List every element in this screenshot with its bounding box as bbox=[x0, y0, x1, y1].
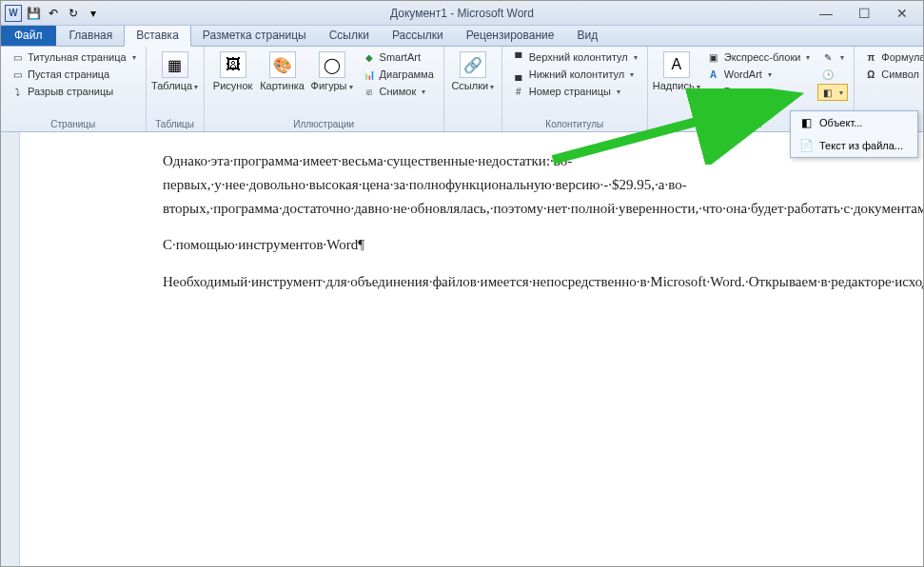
minimize-button[interactable]: — bbox=[816, 6, 836, 21]
footer-button[interactable]: ▄Нижний колонтитул▾ bbox=[508, 67, 641, 82]
footer-icon: ▄ bbox=[512, 68, 525, 81]
menu-text-from-file[interactable]: 📄Текст из файла... bbox=[791, 134, 917, 157]
picture-icon: 🖼 bbox=[220, 51, 246, 78]
header-icon: ▀ bbox=[512, 50, 525, 64]
wordart-icon: A bbox=[707, 68, 720, 81]
object-button[interactable]: ◧▾ bbox=[817, 84, 848, 101]
tab-layout[interactable]: Разметка страницы bbox=[191, 25, 318, 46]
table-button[interactable]: ▦ Таблица▾ bbox=[152, 49, 198, 94]
window-controls: — ☐ ✕ bbox=[816, 6, 923, 21]
cover-page-button[interactable]: ▭Титульная страница▾ bbox=[7, 49, 140, 65]
textbox-button[interactable]: AНадпись▾ bbox=[654, 49, 699, 94]
pagenumber-button[interactable]: #Номер страницы▾ bbox=[508, 84, 641, 99]
group-label: Колонтитулы bbox=[508, 117, 641, 131]
object-icon: ◧ bbox=[798, 115, 814, 130]
tab-review[interactable]: Рецензирование bbox=[455, 25, 566, 46]
signature-button[interactable]: ✎▾ bbox=[817, 49, 848, 65]
maximize-button[interactable]: ☐ bbox=[855, 6, 874, 21]
object-dropdown-menu: ◧Объект... 📄Текст из файла... bbox=[790, 110, 918, 158]
smartart-icon: ◆ bbox=[363, 50, 376, 64]
picture-button[interactable]: 🖼Рисунок bbox=[210, 49, 256, 93]
group-headers: ▀Верхний колонтитул▾ ▄Нижний колонтитул▾… bbox=[502, 47, 648, 131]
datetime-button[interactable]: 🕒 bbox=[817, 67, 848, 82]
tab-insert[interactable]: Вставка bbox=[124, 24, 191, 47]
group-pages: ▭Титульная страница▾ ▭Пустая страница ⤵Р… bbox=[1, 47, 147, 131]
group-label: Иллюстрации bbox=[210, 117, 438, 131]
group-label bbox=[450, 127, 496, 131]
page-icon: ▭ bbox=[10, 68, 24, 81]
ribbon: ▭Титульная страница▾ ▭Пустая страница ⤵Р… bbox=[1, 47, 923, 132]
table-icon: ▦ bbox=[162, 51, 188, 78]
tab-home[interactable]: Главная bbox=[58, 25, 125, 46]
wordart-button[interactable]: AWordArt▾ bbox=[703, 67, 815, 82]
group-label: Таблицы bbox=[152, 117, 198, 131]
clipart-icon: 🎨 bbox=[269, 51, 296, 78]
group-label: Страницы bbox=[7, 117, 140, 131]
menu-object[interactable]: ◧Объект... bbox=[791, 111, 917, 134]
object-icon: ◧ bbox=[820, 86, 834, 99]
quickparts-button[interactable]: ▣Экспресс-блоки▾ bbox=[703, 49, 815, 65]
shapes-icon: ◯ bbox=[319, 51, 345, 78]
chart-icon: 📊 bbox=[363, 68, 376, 81]
chart-button[interactable]: 📊Диаграмма bbox=[359, 67, 438, 82]
blank-page-button[interactable]: ▭Пустая страница bbox=[7, 67, 140, 82]
tab-references[interactable]: Ссылки bbox=[318, 25, 381, 46]
screenshot-button[interactable]: ⎚Снимок▾ bbox=[359, 84, 438, 99]
ribbon-tabstrip: Файл Главная Вставка Разметка страницы С… bbox=[1, 26, 923, 47]
links-button[interactable]: 🔗Ссылки▾ bbox=[450, 49, 496, 94]
header-button[interactable]: ▀Верхний колонтитул▾ bbox=[508, 49, 641, 65]
page-break-button[interactable]: ⤵Разрыв страницы bbox=[7, 84, 140, 99]
clipart-button[interactable]: 🎨Картинка bbox=[260, 49, 305, 93]
page-content[interactable]: Однако·эта·программа·имеет·весьма·сущест… bbox=[20, 132, 895, 566]
window-title: Документ1 - Microsoft Word bbox=[1, 7, 923, 20]
close-button[interactable]: ✕ bbox=[893, 6, 912, 21]
shapes-button[interactable]: ◯Фигуры▾ bbox=[309, 49, 355, 94]
screenshot-icon: ⎚ bbox=[363, 85, 376, 98]
pi-icon: π bbox=[864, 50, 877, 64]
page-icon: ▭ bbox=[10, 50, 24, 64]
group-tables: ▦ Таблица▾ Таблицы bbox=[147, 47, 205, 131]
equation-button[interactable]: πФормула▾ bbox=[860, 49, 924, 65]
smartart-button[interactable]: ◆SmartArt bbox=[359, 49, 438, 65]
datetime-icon: 🕒 bbox=[821, 68, 835, 81]
left-margin bbox=[1, 132, 20, 566]
quickparts-icon: ▣ bbox=[707, 50, 720, 64]
paragraph: Однако·эта·программа·имеет·весьма·сущест… bbox=[163, 149, 857, 220]
tab-view[interactable]: Вид bbox=[565, 25, 609, 46]
tab-file[interactable]: Файл bbox=[1, 25, 56, 46]
title-bar: W 💾 ↶ ↻ ▾ Документ1 - Microsoft Word — ☐… bbox=[1, 1, 923, 26]
break-icon: ⤵ bbox=[10, 85, 24, 98]
group-illustrations: 🖼Рисунок 🎨Картинка ◯Фигуры▾ ◆SmartArt 📊Д… bbox=[205, 47, 444, 131]
signature-icon: ✎ bbox=[821, 50, 835, 64]
symbol-button[interactable]: ΩСимвол▾ bbox=[860, 67, 924, 82]
dropcap-button[interactable]: A̲Буквица▾ bbox=[703, 84, 815, 99]
group-links: 🔗Ссылки▾ bbox=[444, 47, 502, 131]
textfile-icon: 📄 bbox=[798, 138, 814, 153]
textbox-icon: A bbox=[663, 51, 690, 78]
tab-mailings[interactable]: Рассылки bbox=[381, 25, 455, 46]
omega-icon: Ω bbox=[864, 68, 877, 81]
link-icon: 🔗 bbox=[460, 51, 486, 78]
dropcap-icon: A̲ bbox=[707, 85, 720, 98]
paragraph: С·помощью·инструментов·Word¶ bbox=[163, 233, 857, 257]
paragraph: Необходимый·инструмент·для·объединения·ф… bbox=[163, 270, 857, 294]
pagenum-icon: # bbox=[512, 85, 525, 98]
document-area: Однако·эта·программа·имеет·весьма·сущест… bbox=[1, 132, 923, 566]
